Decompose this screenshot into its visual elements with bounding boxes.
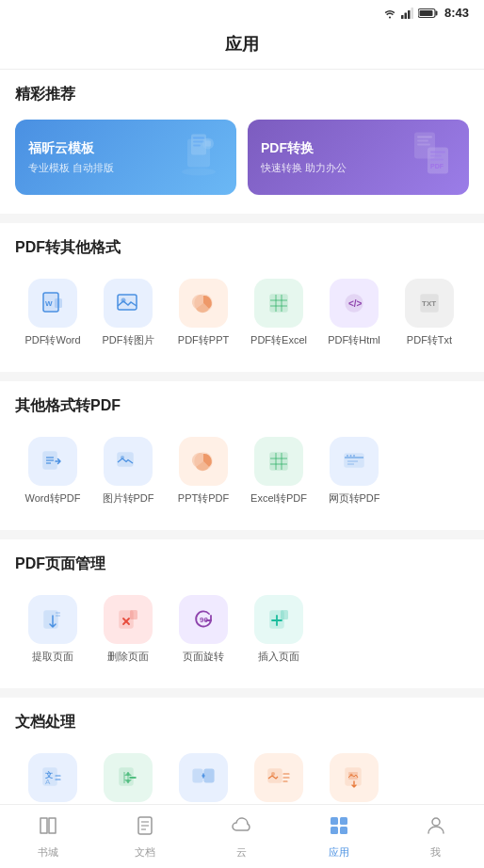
pdf-compress-icon <box>104 753 153 802</box>
svg-rect-27 <box>55 298 62 308</box>
pdf-convert-grid: W PDF转Word PDF转图片 <box>15 273 469 353</box>
svg-rect-14 <box>205 141 211 147</box>
rotate-page[interactable]: 90 页面旋转 <box>166 589 241 669</box>
svg-rect-1 <box>404 12 407 19</box>
nav-docs[interactable]: 文档 <box>97 809 194 865</box>
svg-rect-18 <box>417 144 430 146</box>
insert-page[interactable]: 插入页面 <box>241 589 316 669</box>
svg-text:A: A <box>45 778 51 786</box>
pdf-to-html-label: PDF转Html <box>328 333 380 347</box>
img-to-pdf-icon <box>104 437 153 486</box>
svg-point-77 <box>271 772 275 776</box>
battery-icon <box>418 8 439 19</box>
svg-text:W: W <box>45 299 53 308</box>
pdf-merge-icon <box>179 753 228 802</box>
nav-docs-label: 文档 <box>135 845 155 860</box>
pdf-to-html[interactable]: </> PDF转Html <box>316 273 392 353</box>
pdf-to-word[interactable]: W PDF转Word <box>15 273 90 353</box>
svg-rect-2 <box>408 10 411 19</box>
insert-page-icon <box>254 595 303 644</box>
insert-page-label: 插入页面 <box>258 650 299 664</box>
svg-rect-20 <box>430 152 445 153</box>
pdf-to-image-icon <box>104 279 153 328</box>
svg-point-92 <box>432 818 440 826</box>
page-manage-section: PDF页面管理 提取页面 <box>0 539 484 688</box>
delete-page-icon <box>104 595 153 644</box>
nav-bookstore-label: 书城 <box>38 845 58 860</box>
pdf-to-txt[interactable]: TXT PDF转Txt <box>392 273 467 353</box>
svg-rect-90 <box>331 827 338 834</box>
doc-process-title: 文档处理 <box>15 713 469 732</box>
pdf-to-ppt[interactable]: PDF转PPT <box>166 273 241 353</box>
svg-rect-32 <box>270 295 287 312</box>
banner-pdf-convert[interactable]: PDF转换 快速转换 助力办公 PDF <box>248 120 469 195</box>
cloud-icon <box>231 814 253 843</box>
rotate-page-label: 页面旋转 <box>183 650 224 664</box>
svg-rect-22 <box>430 159 444 161</box>
extract-page-label: 提取页面 <box>32 650 73 664</box>
svg-rect-45 <box>118 453 133 466</box>
nav-profile[interactable]: 我 <box>387 809 484 865</box>
other-convert-section: 其他格式转PDF Word转PDF <box>0 381 484 530</box>
svg-rect-88 <box>331 817 338 825</box>
word-to-pdf-label: Word转PDF <box>24 491 80 506</box>
word-to-pdf[interactable]: Word转PDF <box>15 431 90 511</box>
nav-bookstore[interactable]: 书城 <box>0 809 97 865</box>
svg-rect-30 <box>118 295 137 310</box>
book-icon <box>37 814 59 843</box>
svg-rect-64 <box>130 610 137 619</box>
nav-apps[interactable]: 应用 <box>290 809 387 865</box>
svg-rect-48 <box>270 453 287 470</box>
svg-rect-76 <box>268 769 282 782</box>
excel-to-pdf-label: Excel转PDF <box>250 491 307 506</box>
banner-pdf-deco: PDF <box>403 125 460 190</box>
ppt-to-pdf-icon <box>179 437 228 486</box>
delete-page[interactable]: 删除页面 <box>90 589 166 669</box>
web-to-pdf-icon <box>330 437 379 486</box>
delete-page-label: 删除页面 <box>107 650 149 664</box>
nav-cloud-label: 云 <box>236 845 247 860</box>
svg-rect-69 <box>281 610 288 619</box>
pdf-to-excel-label: PDF转Excel <box>250 333 307 347</box>
nav-profile-label: 我 <box>430 845 441 860</box>
page-manage-grid: 提取页面 删除页面 9 <box>15 589 469 669</box>
svg-rect-21 <box>430 155 442 157</box>
extract-page[interactable]: 提取页面 <box>15 589 90 669</box>
svg-text:</>: </> <box>348 298 363 309</box>
pdf-to-image[interactable]: PDF转图片 <box>90 273 166 353</box>
excel-to-pdf-icon <box>254 437 303 486</box>
extract-page-icon <box>28 595 77 644</box>
img-to-pdf[interactable]: 图片转PDF <box>90 431 166 511</box>
banner-template[interactable]: 福昕云模板 专业模板 自动排版 <box>15 120 236 195</box>
page-manage-title: PDF页面管理 <box>15 555 469 574</box>
pdf-convert-section: PDF转其他格式 W PDF转Word <box>0 223 484 372</box>
pdf-convert-title: PDF转其他格式 <box>15 238 469 258</box>
banner-list: 福昕云模板 专业模板 自动排版 <box>15 120 469 195</box>
doc-icon <box>134 814 156 843</box>
ppt-to-pdf-label: PPT转PDF <box>178 491 229 506</box>
status-icons: 8:43 <box>382 6 469 20</box>
svg-rect-75 <box>204 769 214 782</box>
other-convert-title: 其他格式转PDF <box>15 396 469 416</box>
wifi-icon <box>382 8 397 19</box>
word-to-pdf-icon <box>28 437 77 486</box>
svg-rect-0 <box>401 15 404 19</box>
status-bar: 8:43 <box>0 0 484 25</box>
time-display: 8:43 <box>444 6 469 20</box>
page-title: 应用 <box>225 35 259 54</box>
svg-rect-10 <box>193 137 204 139</box>
pdf-to-excel[interactable]: PDF转Excel <box>241 273 316 353</box>
pdf-to-word-icon: W <box>28 279 77 328</box>
excel-to-pdf[interactable]: Excel转PDF <box>241 431 316 511</box>
svg-rect-91 <box>340 827 347 834</box>
nav-cloud[interactable]: 云 <box>194 809 291 865</box>
signal-icon <box>401 8 414 19</box>
ppt-to-pdf[interactable]: PPT转PDF <box>166 431 241 511</box>
pdf-to-ppt-label: PDF转PPT <box>178 333 229 347</box>
bottom-nav: 书城 文档 云 应用 我 <box>0 804 484 868</box>
pdf-to-ppt-icon <box>179 279 228 328</box>
pdf-to-txt-label: PDF转Txt <box>407 333 452 347</box>
svg-rect-3 <box>411 8 413 19</box>
web-to-pdf[interactable]: 网页转PDF <box>316 431 392 511</box>
svg-point-55 <box>347 455 348 457</box>
